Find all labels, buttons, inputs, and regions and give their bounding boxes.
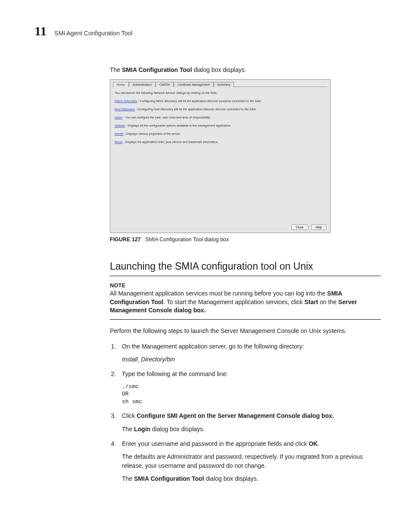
note-s1: All Management application services must…: [110, 290, 327, 297]
dialog-row-fabric: Fabric Discovery - Configuring fabric di…: [115, 100, 326, 103]
smia-dialog-screenshot: Home Authentication CIMOM Certificate Ma…: [110, 79, 330, 233]
step-4-p3: The SMIA Configuration Tool dialog box d…: [122, 474, 381, 483]
step-4-t1: Enter your username and password in the …: [122, 440, 308, 447]
figure-caption: FIGURE 127 SMIA Configuration Tool dialo…: [110, 236, 381, 243]
tab-certificate-management[interactable]: Certificate Management: [174, 82, 213, 87]
step-4: Enter your username and password in the …: [118, 439, 381, 483]
figure-title: SMIA Configuration Tool dialog box: [145, 236, 229, 243]
figure-label: FIGURE 127: [110, 236, 141, 243]
intro-bold: SMIA Configuration Tool: [122, 66, 192, 73]
note-label: NOTE: [110, 282, 381, 289]
main-content: The SMIA Configuration Tool dialog box d…: [110, 66, 381, 483]
step-3-sub-c: dialog box displays.: [150, 426, 205, 432]
chapter-title: SMI Agent Configuration Tool: [54, 30, 132, 37]
intro-prefix: The: [110, 66, 122, 73]
section-rule: [110, 276, 381, 276]
step-1: On the Management application server, go…: [118, 342, 381, 364]
step-3-sub-a: The: [122, 426, 134, 432]
tab-authentication[interactable]: Authentication: [129, 82, 156, 87]
step-3-bold: Configure SMI Agent on the Server Manage…: [137, 412, 334, 419]
dialog-row-host: Host Discovery - Configuring host discov…: [115, 108, 326, 111]
code-line-2: OR: [122, 390, 381, 398]
dialog-tab-row: Home Authentication CIMOM Certificate Ma…: [110, 80, 330, 87]
link-about[interactable]: About: [115, 140, 122, 143]
note-s3: on the: [318, 299, 338, 305]
running-header: 11 SMI Agent Configuration Tool: [34, 24, 381, 38]
step-3-sub: The Login dialog box displays.: [122, 425, 381, 433]
dialog-row-server-text: - Displays various properties of the ser…: [124, 132, 181, 135]
note-body: All Management application services must…: [110, 289, 381, 315]
tab-summary[interactable]: Summary: [214, 82, 234, 87]
step-4-p3c: dialog box displays.: [204, 475, 258, 482]
dialog-row-users-text: - You can configure the user, user roles…: [122, 116, 211, 119]
dialog-body: You can launch the following Network Adv…: [110, 87, 330, 221]
tab-home[interactable]: Home: [113, 82, 129, 87]
dialog-row-about-text: - Displays the application build, java v…: [122, 140, 218, 143]
note-b2: Start: [305, 299, 318, 305]
step-4-p3a: The: [122, 475, 134, 482]
section-heading: Launching the SMIA configuration tool on…: [110, 261, 381, 272]
dialog-row-host-text: - Configuring host discovery will let th…: [135, 108, 256, 111]
step-4-b1: OK: [308, 440, 318, 447]
step-3: Click Configure SMI Agent on the Server …: [118, 411, 381, 433]
step-4-t2: .: [318, 440, 319, 447]
tab-cimom[interactable]: CIMOM: [156, 82, 174, 87]
dialog-button-row: Close Help: [290, 224, 327, 230]
note-bottom-rule: [110, 319, 381, 320]
step-4-p3b: SMIA Configuration Tool: [134, 475, 204, 482]
intro-suffix: dialog box displays.: [192, 66, 246, 73]
link-fabric-discovery[interactable]: Fabric Discovery: [115, 100, 137, 103]
step-4-p2: The defaults are Administrator and passw…: [122, 452, 381, 470]
code-line-3: sh smc: [122, 398, 381, 406]
link-users[interactable]: Users: [115, 116, 122, 119]
steps-list: On the Management application server, go…: [110, 342, 381, 483]
intro-paragraph: The SMIA Configuration Tool dialog box d…: [110, 66, 381, 73]
link-options[interactable]: Options: [115, 124, 125, 127]
step-1-path: Install_Directory/bin: [122, 355, 381, 364]
step-2-text: Type the following at the command line:: [122, 370, 228, 377]
link-host-discovery[interactable]: Host Discovery: [115, 108, 135, 111]
note-s2: . To start the Management application se…: [163, 299, 304, 305]
dialog-row-users: Users - You can configure the user, user…: [115, 116, 326, 119]
step-1-text: On the Management application server, go…: [122, 343, 304, 350]
chapter-number: 11: [34, 24, 47, 38]
step-3-prefix: Click: [122, 412, 137, 419]
document-page: 11 SMI Agent Configuration Tool The SMIA…: [0, 0, 411, 515]
step-2-code: ./smc OR sh smc: [122, 383, 381, 406]
dialog-lead-text: You can launch the following Network Adv…: [115, 91, 326, 94]
dialog-row-about: About - Displays the application build, …: [115, 140, 326, 143]
step-2: Type the following at the command line: …: [118, 370, 381, 405]
dialog-row-options-text: - Displays all the configurable options …: [125, 124, 231, 127]
step-3-sub-b: Login: [134, 426, 150, 432]
instruction-lead: Perform the following steps to launch th…: [110, 327, 381, 334]
close-button[interactable]: Close: [291, 224, 308, 230]
dialog-row-server: Server - Displays various properties of …: [115, 132, 326, 135]
link-server[interactable]: Server: [115, 132, 124, 135]
dialog-row-fabric-text: - Configuring fabric discovery will let …: [137, 100, 262, 103]
dialog-row-options: Options - Displays all the configurable …: [115, 124, 326, 127]
code-line-1: ./smc: [122, 383, 381, 391]
help-button[interactable]: Help: [311, 224, 327, 230]
